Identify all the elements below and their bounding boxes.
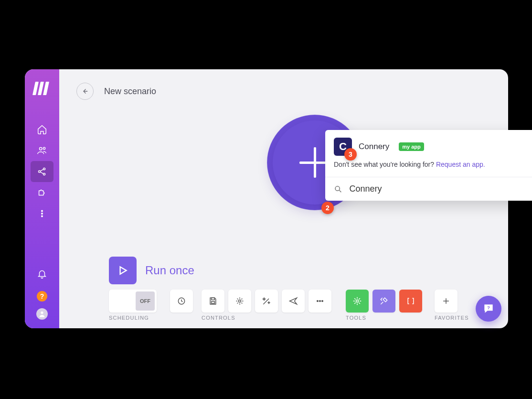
controls-label: CONTROLS (202, 315, 331, 321)
svg-point-6 (42, 213, 43, 215)
svg-point-7 (42, 216, 43, 217)
request-app-link[interactable]: Request an app. (436, 161, 485, 168)
gear-icon (235, 296, 245, 306)
airplane-icon (288, 296, 298, 306)
app-search-popover: C 3 Connery my app Don't see what you're… (325, 130, 532, 201)
tools-group: TOOLS (346, 290, 422, 321)
users-icon (37, 145, 47, 156)
clock-icon (177, 296, 186, 306)
request-app-text: Don't see what you're looking for? Reque… (325, 161, 532, 177)
share-icon (37, 166, 47, 177)
floppy-icon (208, 296, 218, 306)
svg-point-2 (38, 171, 40, 173)
add-favorite-button[interactable] (435, 290, 458, 313)
scheduling-off-label: OFF (136, 291, 155, 311)
run-row: Run once (109, 257, 194, 284)
plane-button[interactable] (282, 290, 305, 313)
bottom-toolbar: OFF SCHEDULING (109, 290, 494, 321)
tool-gear-button[interactable] (346, 290, 369, 313)
gear-icon (352, 296, 362, 306)
sidebar-item-home[interactable] (31, 119, 53, 140)
app-result-row[interactable]: C 3 Connery my app (325, 130, 532, 161)
request-prefix: Don't see what you're looking for? (334, 161, 436, 168)
controls-group: CONTROLS (202, 290, 331, 321)
tools-label: TOOLS (346, 315, 422, 321)
svg-point-5 (42, 210, 43, 212)
svg-rect-12 (212, 302, 215, 303)
tool-brackets-button[interactable] (399, 290, 422, 313)
header: New scenario (59, 69, 508, 100)
chat-question-icon: ? (482, 302, 495, 315)
svg-rect-11 (212, 298, 215, 300)
svg-point-4 (43, 173, 45, 175)
sidebar-item-puzzle[interactable] (31, 182, 53, 203)
more-vertical-icon (37, 208, 47, 219)
sidebar-item-more[interactable] (31, 203, 53, 224)
play-icon (117, 264, 129, 277)
my-app-tag: my app (399, 142, 424, 151)
app-icon: C 3 (334, 138, 352, 156)
home-icon (37, 124, 47, 135)
scheduling-label: SCHEDULING (109, 315, 193, 321)
svg-point-17 (356, 300, 359, 302)
magic-button[interactable] (255, 290, 278, 313)
app-window: ? New scenario 2 C 3 Connery (25, 69, 508, 328)
svg-point-13 (239, 300, 241, 302)
svg-point-15 (319, 301, 321, 302)
sidebar-nav (31, 119, 53, 224)
annotation-badge-3: 3 (344, 148, 357, 161)
help-badge[interactable]: ? (37, 291, 47, 302)
puzzle-icon (37, 187, 47, 198)
page-title: New scenario (104, 86, 156, 97)
more-horizontal-icon (315, 296, 325, 306)
svg-point-1 (43, 147, 45, 149)
wand-icon (262, 296, 271, 306)
tools-icon (379, 296, 389, 306)
user-icon (38, 310, 46, 318)
annotation-badge-2: 2 (321, 202, 334, 214)
svg-text:?: ? (487, 305, 490, 310)
main: New scenario 2 C 3 Connery my app Don't … (59, 69, 508, 328)
svg-point-8 (41, 312, 43, 314)
more-controls-button[interactable] (309, 290, 331, 313)
sidebar-bottom: ? (31, 263, 53, 320)
svg-point-3 (43, 168, 45, 170)
sidebar-item-notifications[interactable] (31, 263, 53, 284)
scheduling-toggle[interactable]: OFF (109, 290, 157, 313)
schedule-button[interactable] (170, 290, 193, 313)
sidebar-item-users[interactable] (31, 140, 53, 161)
app-search-input[interactable] (349, 184, 532, 194)
logo (34, 81, 50, 95)
search-icon (334, 184, 342, 194)
svg-point-0 (40, 148, 43, 151)
svg-point-14 (317, 301, 319, 302)
brackets-icon (406, 296, 415, 306)
favorites-label: FAVORITES (435, 315, 469, 321)
scheduling-group: OFF SCHEDULING (109, 290, 193, 321)
svg-point-9 (335, 186, 340, 190)
avatar[interactable] (36, 308, 48, 320)
svg-point-16 (322, 301, 323, 302)
save-button[interactable] (202, 290, 224, 313)
tool-wrench-button[interactable] (372, 290, 395, 313)
sidebar-item-share[interactable] (31, 161, 53, 182)
settings-button[interactable] (228, 290, 251, 313)
bell-icon (37, 269, 47, 279)
plus-icon (441, 296, 451, 306)
sidebar: ? (25, 69, 59, 328)
run-once-button[interactable] (109, 257, 137, 284)
app-search-bar (325, 177, 532, 201)
arrow-left-icon (81, 87, 89, 96)
favorites-group: FAVORITES (435, 290, 469, 321)
app-name: Connery (359, 142, 389, 151)
back-button[interactable] (76, 83, 94, 100)
help-fab[interactable]: ? (476, 296, 501, 322)
run-once-label: Run once (145, 264, 194, 277)
